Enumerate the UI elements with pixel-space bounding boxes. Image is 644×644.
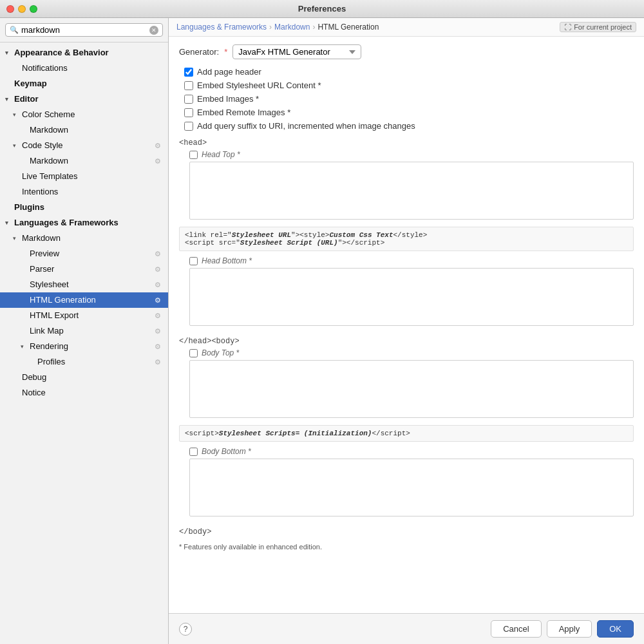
checkbox-add-query-suffix-input[interactable] — [184, 122, 193, 131]
sidebar-item-html-export[interactable]: HTML Export ⚙ — [0, 308, 168, 323]
checkbox-embed-remote-images-input[interactable] — [184, 108, 193, 117]
features-note: * Features only available in enhanced ed… — [179, 543, 634, 551]
search-input[interactable] — [21, 25, 147, 35]
head-bottom-label: Head Bottom * — [202, 256, 252, 265]
triangle-icon — [5, 46, 14, 59]
sidebar-item-label: Notice — [22, 386, 163, 399]
checkbox-embed-stylesheet-label: Embed Stylesheet URL Content * — [197, 80, 321, 90]
sidebar-item-label: Notifications — [22, 62, 163, 75]
sidebar-item-color-scheme[interactable]: Color Scheme — [0, 107, 168, 122]
sidebar-item-label: Rendering — [30, 340, 153, 353]
project-badge-icon: ⛶ — [564, 23, 571, 31]
sidebar-item-label: Markdown — [30, 155, 153, 167]
sidebar-item-link-map[interactable]: Link Map ⚙ — [0, 323, 168, 339]
head-top-checkbox[interactable] — [189, 151, 198, 159]
body-top-textarea[interactable] — [189, 360, 634, 418]
apply-button[interactable]: Apply — [547, 620, 592, 638]
head-bottom-textarea[interactable] — [189, 268, 634, 326]
checkbox-add-query-suffix: Add query suffix to URI, incremented whe… — [184, 121, 634, 131]
head-top-textarea[interactable] — [189, 162, 634, 220]
scrollable-content: Generator: * JavaFx HTML Generator Add p… — [169, 37, 644, 613]
sidebar-item-preview[interactable]: Preview ⚙ — [0, 246, 168, 261]
help-button[interactable]: ? — [179, 623, 192, 636]
sidebar-item-label: HTML Export — [30, 309, 153, 322]
sidebar-item-live-templates[interactable]: Live Templates — [0, 169, 168, 184]
head-bottom-checkbox[interactable] — [189, 257, 198, 265]
settings-icon: ⚙ — [153, 247, 163, 260]
sidebar-item-languages-frameworks[interactable]: Languages & Frameworks — [0, 215, 168, 231]
triangle-icon — [5, 216, 14, 229]
checkbox-embed-remote-images: Embed Remote Images * — [184, 108, 634, 117]
body-bottom-checkbox[interactable] — [189, 448, 198, 456]
window-controls[interactable] — [6, 5, 37, 13]
sidebar-item-markdown[interactable]: Markdown — [0, 231, 168, 246]
sidebar-tree: Appearance & Behavior Notifications Keym… — [0, 43, 168, 644]
triangle-icon — [5, 93, 14, 106]
sidebar-item-editor[interactable]: Editor — [0, 91, 168, 107]
settings-icon: ⚙ — [153, 139, 163, 152]
footer-right: Cancel Apply OK — [491, 620, 634, 638]
window-title: Preferences — [298, 4, 346, 14]
sidebar-item-stylesheet[interactable]: Stylesheet ⚙ — [0, 277, 168, 292]
body-bottom-label: Body Bottom * — [202, 447, 251, 456]
sidebar-item-html-generation[interactable]: HTML Generation ⚙ — [0, 292, 168, 308]
body-top-checkbox[interactable] — [189, 349, 198, 357]
main-layout: 🔍 ✕ Appearance & Behavior Notifications … — [0, 18, 644, 644]
generator-label: Generator: — [179, 47, 219, 57]
sidebar-item-notifications[interactable]: Notifications — [0, 61, 168, 76]
sidebar-item-debug[interactable]: Debug — [0, 370, 168, 385]
sidebar-item-color-scheme-markdown[interactable]: Markdown — [0, 122, 168, 138]
settings-icon: ⚙ — [153, 294, 163, 307]
search-icon: 🔍 — [10, 26, 19, 34]
sidebar-item-label: Keymap — [14, 77, 163, 90]
project-badge[interactable]: ⛶ For current project — [560, 22, 636, 32]
cancel-button[interactable]: Cancel — [491, 620, 541, 638]
ok-button[interactable]: OK — [597, 620, 634, 638]
breadcrumb-item-2[interactable]: Markdown — [274, 23, 310, 32]
sidebar-item-profiles[interactable]: Profiles ⚙ — [0, 354, 168, 370]
search-input-wrap: 🔍 ✕ — [5, 23, 163, 37]
settings-icon: ⚙ — [153, 155, 163, 167]
checkbox-embed-images-input[interactable] — [184, 95, 193, 104]
sidebar-item-label: Live Templates — [22, 170, 163, 183]
settings-icon: ⚙ — [153, 325, 163, 337]
checkbox-add-page-header-input[interactable] — [184, 68, 193, 77]
head-body-tag: </head><body> — [179, 337, 634, 346]
checkbox-add-query-suffix-label: Add query suffix to URI, incremented whe… — [197, 121, 415, 131]
sidebar: 🔍 ✕ Appearance & Behavior Notifications … — [0, 18, 169, 644]
sidebar-item-label: Intentions — [22, 185, 163, 198]
sidebar-item-appearance-behavior[interactable]: Appearance & Behavior — [0, 45, 168, 61]
sidebar-item-notice[interactable]: Notice — [0, 385, 168, 401]
settings-icon: ⚙ — [153, 278, 163, 291]
content-area: Languages & Frameworks › Markdown › HTML… — [169, 18, 644, 644]
sidebar-item-label: Preview — [30, 247, 153, 260]
checkbox-embed-stylesheet-input[interactable] — [184, 81, 193, 90]
generator-row: Generator: * JavaFx HTML Generator — [179, 44, 634, 59]
sidebar-item-plugins[interactable]: Plugins — [0, 200, 168, 215]
body-bottom-row: Body Bottom * — [189, 447, 634, 456]
maximize-button[interactable] — [30, 5, 37, 13]
sidebar-item-code-style[interactable]: Code Style ⚙ — [0, 138, 168, 153]
breadcrumb-current: HTML Generation — [317, 23, 379, 32]
search-clear-button[interactable]: ✕ — [149, 26, 158, 35]
sidebar-item-code-style-markdown[interactable]: Markdown ⚙ — [0, 153, 168, 169]
body-top-label: Body Top * — [202, 348, 239, 357]
sidebar-item-rendering[interactable]: Rendering ⚙ — [0, 339, 168, 354]
body-bottom-textarea[interactable] — [189, 459, 634, 516]
sidebar-item-label: HTML Generation — [30, 294, 153, 307]
generator-required-marker: * — [224, 47, 227, 57]
sidebar-item-label: Markdown — [30, 124, 163, 137]
code-preview-body: <script>Stylesheet Scripts= (Initializat… — [179, 425, 634, 442]
checkbox-embed-images: Embed Images * — [184, 94, 634, 104]
generator-select[interactable]: JavaFx HTML Generator — [232, 44, 361, 59]
checkbox-embed-images-label: Embed Images * — [197, 94, 259, 104]
breadcrumb-item-1[interactable]: Languages & Frameworks — [176, 23, 267, 32]
sidebar-item-parser[interactable]: Parser ⚙ — [0, 261, 168, 277]
sidebar-item-intentions[interactable]: Intentions — [0, 184, 168, 200]
close-button[interactable] — [6, 5, 14, 13]
sidebar-item-keymap[interactable]: Keymap — [0, 76, 168, 91]
minimize-button[interactable] — [18, 5, 26, 13]
triangle-icon — [13, 139, 22, 152]
head-bottom-row: Head Bottom * — [189, 256, 634, 265]
head-top-label: Head Top * — [202, 150, 240, 159]
